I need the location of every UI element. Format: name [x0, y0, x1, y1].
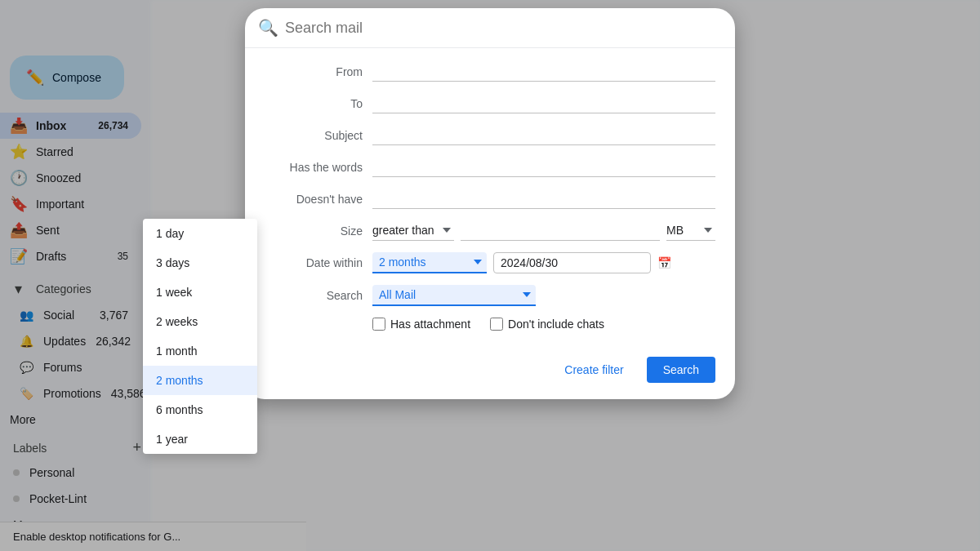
to-input[interactable]: [372, 93, 715, 113]
date-within-label: Date within: [265, 256, 363, 269]
subject-label: Subject: [265, 129, 363, 142]
has-words-input[interactable]: [372, 157, 715, 177]
size-comparator-select[interactable]: greater than less than: [372, 220, 454, 241]
search-input[interactable]: [285, 20, 722, 37]
create-filter-button[interactable]: Create filter: [551, 357, 636, 383]
doesnt-have-row: Doesn't have: [265, 189, 715, 209]
date-within-row: Date within 1 day 3 days 1 week 2 weeks …: [265, 252, 715, 273]
search-form-body: From To Subject Has the words Doesn't ha…: [245, 48, 735, 357]
date-range-select[interactable]: 1 day 3 days 1 week 2 weeks 1 month 2 mo…: [372, 252, 487, 273]
search-submit-button[interactable]: Search: [647, 357, 715, 383]
calendar-icon[interactable]: 📅: [657, 256, 671, 269]
to-label: To: [265, 97, 363, 110]
search-in-row: Search All Mail Inbox Starred Sent Draft…: [265, 285, 715, 306]
size-controls: greater than less than MB KB bytes: [372, 220, 715, 241]
date-controls: 1 day 3 days 1 week 2 weeks 1 month 2 mo…: [372, 252, 715, 273]
doesnt-have-label: Doesn't have: [265, 193, 363, 206]
dropdown-item-2weeks[interactable]: 2 weeks: [143, 307, 257, 336]
dropdown-item-2months[interactable]: 2 months: [143, 366, 257, 395]
has-attachment-checkbox-label[interactable]: Has attachment: [372, 318, 470, 331]
subject-input[interactable]: [372, 125, 715, 145]
dropdown-item-6months[interactable]: 6 months: [143, 395, 257, 424]
dont-include-chats-checkbox[interactable]: [490, 318, 503, 331]
size-row: Size greater than less than MB KB bytes: [265, 220, 715, 241]
checkbox-row: Has attachment Don't include chats: [372, 318, 715, 331]
search-in-select[interactable]: All Mail Inbox Starred Sent Drafts Trash: [372, 285, 536, 306]
has-attachment-text: Has attachment: [390, 318, 470, 331]
search-in-label: Search: [265, 289, 363, 302]
search-in-controls: All Mail Inbox Starred Sent Drafts Trash: [372, 285, 715, 306]
has-words-row: Has the words: [265, 157, 715, 177]
size-label: Size: [265, 224, 363, 238]
dont-include-chats-checkbox-label[interactable]: Don't include chats: [490, 318, 604, 331]
search-bar: 🔍: [245, 8, 735, 48]
dont-include-chats-text: Don't include chats: [508, 318, 604, 331]
dropdown-item-1week[interactable]: 1 week: [143, 278, 257, 307]
dropdown-item-3days[interactable]: 3 days: [143, 248, 257, 278]
from-row: From: [265, 61, 715, 82]
from-input[interactable]: [372, 61, 715, 82]
subject-row: Subject: [265, 125, 715, 145]
search-icon: 🔍: [258, 18, 278, 38]
from-label: From: [265, 65, 363, 78]
action-buttons-row: Create filter Search: [245, 357, 735, 399]
has-words-label: Has the words: [265, 161, 363, 174]
dropdown-item-1day[interactable]: 1 day: [143, 219, 257, 248]
advanced-search-modal: 🔍 From To Subject Has the words: [245, 8, 735, 399]
search-modal-overlay: 🔍 From To Subject Has the words: [0, 0, 980, 551]
doesnt-have-input[interactable]: [372, 189, 715, 209]
size-value-input[interactable]: [461, 220, 660, 241]
dropdown-item-1year[interactable]: 1 year: [143, 424, 257, 454]
date-range-dropdown: 1 day 3 days 1 week 2 weeks 1 month 2 mo…: [143, 219, 257, 454]
date-value-input[interactable]: [493, 252, 651, 273]
has-attachment-checkbox[interactable]: [372, 318, 385, 331]
size-unit-select[interactable]: MB KB bytes: [666, 220, 715, 241]
to-row: To: [265, 93, 715, 113]
dropdown-item-1month[interactable]: 1 month: [143, 336, 257, 366]
